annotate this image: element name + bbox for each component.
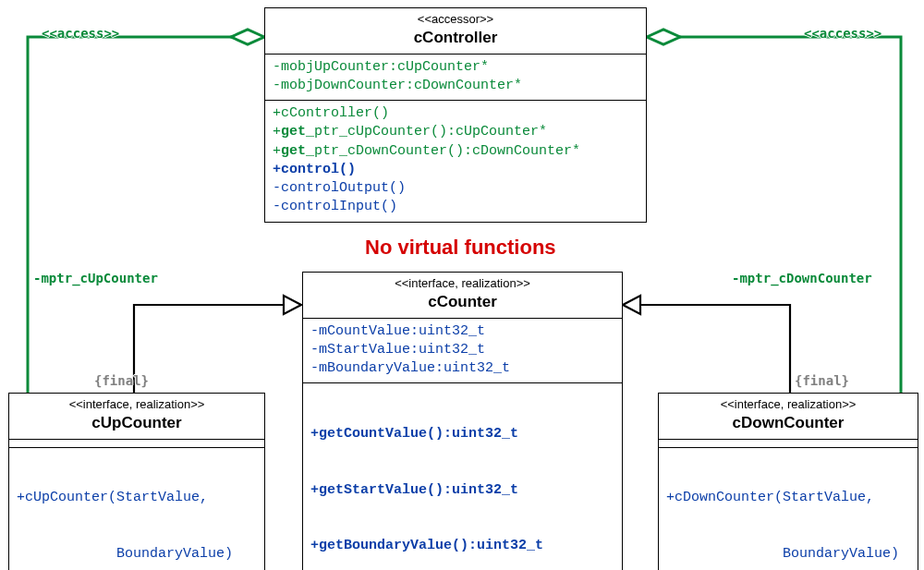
class-header: <<interface, realization>> cCounter <box>303 273 622 319</box>
operation: +cDownCounter(StartValue, <box>666 489 910 507</box>
class-header: <<interface, realization>> cUpCounter <box>9 394 264 440</box>
attribute: -mStartValue:uint32_t <box>310 341 614 359</box>
operation: +getBoundaryValue():uint32_t <box>310 537 614 555</box>
operation: +getCountValue():uint32_t <box>310 425 614 443</box>
attribute: -mCountValue:uint32_t <box>310 322 614 341</box>
operation: -controlInput() <box>273 198 638 216</box>
operation: +control() <box>273 161 638 179</box>
class-ccontroller: <<accessor>> cController -mobjUpCounter:… <box>264 7 647 223</box>
stereotype: <<accessor>> <box>271 12 640 27</box>
empty-attributes-section <box>9 440 264 447</box>
svg-marker-0 <box>231 30 264 44</box>
class-name: cDownCounter <box>664 413 912 432</box>
class-cupcounter: <<interface, realization>> cUpCounter +c… <box>8 393 265 570</box>
svg-marker-1 <box>647 30 680 44</box>
label-final-left: {final} <box>94 373 149 388</box>
class-name: cCounter <box>309 292 616 311</box>
operation: +get_ptr_cUpCounter():cUpCounter* <box>273 123 638 141</box>
operation: BoundaryValue) <box>17 545 257 564</box>
operation: +cUpCounter(StartValue, <box>17 489 257 507</box>
operation: BoundaryValue) <box>666 545 910 564</box>
class-name: cUpCounter <box>15 413 259 432</box>
operation: +get_ptr_cDownCounter():cDownCounter* <box>273 142 638 161</box>
operations-section: +cController() +get_ptr_cUpCounter():cUp… <box>265 100 646 222</box>
operation: -controlOutput() <box>273 179 638 198</box>
class-header: <<accessor>> cController <box>265 8 646 55</box>
operation: +getStartValue():uint32_t <box>310 481 614 500</box>
class-ccounter: <<interface, realization>> cCounter -mCo… <box>302 272 623 570</box>
diagram-note: No virtual functions <box>365 236 556 260</box>
empty-attributes-section <box>659 440 918 447</box>
svg-marker-2 <box>284 296 301 314</box>
stereotype: <<interface, realization>> <box>15 397 259 412</box>
label-mptr-left: -mptr_cUpCounter <box>33 271 158 285</box>
attribute: -mBoundaryValue:uint32_t <box>310 359 614 378</box>
label-access-right: <<access>> <box>804 26 881 41</box>
label-access-left: <<access>> <box>42 26 119 41</box>
class-cdowncounter: <<interface, realization>> cDownCounter … <box>658 393 918 570</box>
stereotype: <<interface, realization>> <box>664 397 912 412</box>
class-name: cController <box>271 28 640 47</box>
operation: +cController() <box>273 104 638 123</box>
attribute: -mobjUpCounter:cUpCounter* <box>273 58 638 77</box>
attributes-section: -mobjUpCounter:cUpCounter* -mobjDownCoun… <box>265 55 646 101</box>
attribute: -mobjDownCounter:cDownCounter* <box>273 77 638 95</box>
class-header: <<interface, realization>> cDownCounter <box>659 394 918 440</box>
operations-section: +getCountValue():uint32_t +getStartValue… <box>303 382 622 570</box>
attributes-section: -mCountValue:uint32_t -mStartValue:uint3… <box>303 319 622 383</box>
label-mptr-right: -mptr_cDownCounter <box>732 271 872 285</box>
operations-section: +cDownCounter(StartValue, BoundaryValue)… <box>659 447 918 571</box>
stereotype: <<interface, realization>> <box>309 276 616 291</box>
svg-marker-3 <box>623 296 640 314</box>
label-final-right: {final} <box>795 373 849 388</box>
operations-section: +cUpCounter(StartValue, BoundaryValue) +… <box>9 447 264 571</box>
